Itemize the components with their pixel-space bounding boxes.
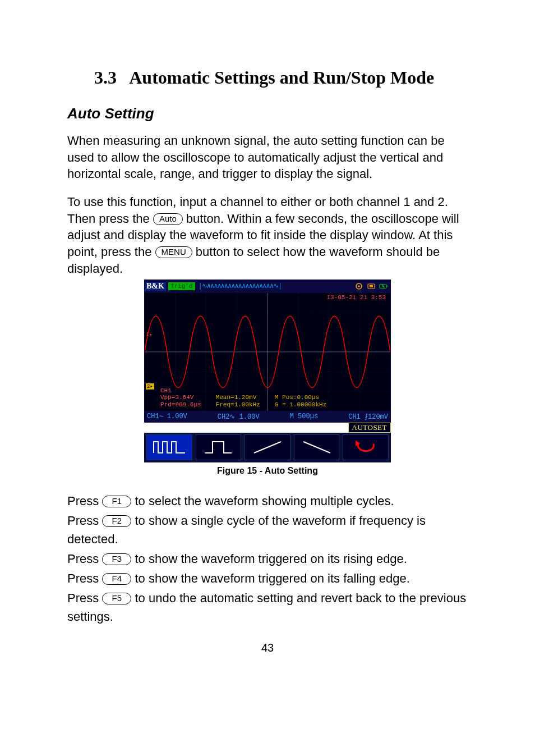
svg-point-1 xyxy=(358,285,360,287)
f5-key-icon: F5 xyxy=(102,593,131,604)
document-page: 3.3 Automatic Settings and Run/Stop Mode… xyxy=(0,0,535,677)
f4-key-icon: F4 xyxy=(102,573,131,585)
meas-col-yellow1: Mean=1.20mV Freq=1.00kHz xyxy=(216,387,260,409)
svg-rect-3 xyxy=(370,285,373,287)
paragraph-1: When measuring an unknown signal, the au… xyxy=(67,132,468,182)
meas-ch1-label: CH1 xyxy=(160,387,201,395)
menu-button-icon: MENU xyxy=(155,246,192,258)
status-trigger: CH1 ⨏120mV xyxy=(348,413,388,421)
press-line-f3: Press F3 to show the waveform triggered … xyxy=(67,549,468,568)
meas-gfreq: G = 1.00000kHz xyxy=(275,401,326,409)
press-line-f1: Press F1 to select the waveform showing … xyxy=(67,492,468,510)
oscilloscope-screenshot: B&K Trig'd |∿∧∧∧∧∧∧∧∧∧∧∧∧∧∧∧∧∧∧∧∿| 13-05… xyxy=(144,280,391,462)
autoset-row: AUTOSET xyxy=(144,423,391,433)
f3-key-icon: F3 xyxy=(102,553,131,565)
section-title-text: Automatic Settings and Run/Stop Mode xyxy=(129,67,434,88)
press-line-f2: Press F2 to show a single cycle of the w… xyxy=(67,511,468,548)
press-instructions: Press F1 to select the waveform showing … xyxy=(67,492,468,626)
press-f4-text: to show the waveform triggered on its fa… xyxy=(131,571,410,585)
press-f3-text: to show the waveform triggered on its ri… xyxy=(131,552,407,566)
meas-mean: Mean=1.20mV xyxy=(216,394,260,401)
scope-statusbar: CH1⏦ 1.00V CH2∿ 1.00V M 500µs CH1 ⨏120mV xyxy=(144,411,391,423)
section-heading: 3.3 Automatic Settings and Run/Stop Mode xyxy=(67,67,468,88)
autoset-label: AUTOSET xyxy=(348,423,391,433)
softkey-multi-cycle-icon xyxy=(146,434,192,460)
meas-col-ch1: CH1 Vpp=3.64V Prd=999.6µs xyxy=(160,387,201,409)
svg-rect-5 xyxy=(386,285,387,287)
ch1-marker: 1▸ xyxy=(146,331,153,338)
figure-container: B&K Trig'd |∿∧∧∧∧∧∧∧∧∧∧∧∧∧∧∧∧∧∧∧∿| 13-05… xyxy=(67,280,468,462)
topbar-waveform-icon: |∿∧∧∧∧∧∧∧∧∧∧∧∧∧∧∧∧∧∧∧∿| xyxy=(199,282,352,290)
scope-measurements: CH1 Vpp=3.64V Prd=999.6µs Mean=1.20mV Fr… xyxy=(160,387,387,409)
paragraph-2: To use this function, input a channel to… xyxy=(67,194,468,277)
softkey-undo-icon xyxy=(343,434,389,460)
press-f1-text: to select the waveform showing multiple … xyxy=(131,494,394,508)
scope-timestamp: 13-05-21 21 3:53 xyxy=(326,294,386,301)
status-timebase: M 500µs xyxy=(290,413,318,421)
scope-softkeys xyxy=(144,433,391,462)
battery-icon xyxy=(379,282,388,290)
topbar-icons xyxy=(354,282,390,290)
status-ch2: CH2∿ 1.00V xyxy=(218,413,260,421)
scope-plot-area: 13-05-21 21 3:53 1▸ 2▸ xyxy=(144,293,391,411)
scope-topbar: B&K Trig'd |∿∧∧∧∧∧∧∧∧∧∧∧∧∧∧∧∧∧∧∧∿| xyxy=(144,280,391,293)
press-pre-4: Press xyxy=(67,571,102,585)
softkey-rising-edge-icon xyxy=(245,434,290,460)
meas-freq: Freq=1.00kHz xyxy=(216,401,260,409)
auto-button-icon: Auto xyxy=(153,213,183,225)
press-pre-1: Press xyxy=(67,494,102,508)
press-pre-3: Press xyxy=(67,552,102,566)
press-line-f4: Press F4 to show the waveform triggered … xyxy=(67,569,468,588)
press-line-f5: Press F5 to undo the automatic setting a… xyxy=(67,589,468,626)
f1-key-icon: F1 xyxy=(102,496,131,507)
meas-mpos: M Pos:0.00µs xyxy=(275,394,326,401)
figure-caption: Figure 15 - Auto Setting xyxy=(67,466,468,476)
settings-icon xyxy=(354,282,363,290)
meas-col-yellow2: M Pos:0.00µs G = 1.00000kHz xyxy=(275,387,326,409)
softkey-single-cycle-icon xyxy=(196,434,242,460)
softkey-falling-edge-icon xyxy=(294,434,340,460)
trigger-status-badge: Trig'd xyxy=(168,282,195,290)
meas-vpp: Vpp=3.64V xyxy=(160,394,201,401)
usb-icon xyxy=(367,282,376,290)
ch2-marker: 2▸ xyxy=(146,383,154,390)
press-pre-2: Press xyxy=(67,514,102,528)
f2-key-icon: F2 xyxy=(102,515,131,527)
section-number: 3.3 xyxy=(94,67,117,88)
status-ch1: CH1⏦ 1.00V xyxy=(147,413,187,421)
meas-prd: Prd=999.6µs xyxy=(160,401,201,409)
press-pre-5: Press xyxy=(67,591,102,605)
scope-brand: B&K xyxy=(145,282,166,291)
page-number: 43 xyxy=(67,642,468,654)
subheading: Auto Setting xyxy=(67,105,468,122)
